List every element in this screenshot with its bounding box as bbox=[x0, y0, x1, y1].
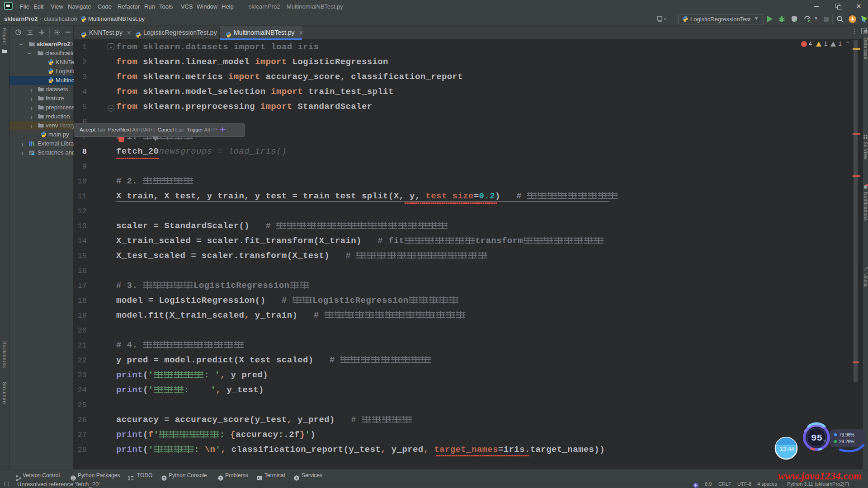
svg-text:73.96%: 73.96% bbox=[839, 432, 854, 437]
svg-text:%: % bbox=[823, 439, 826, 443]
svg-text:95: 95 bbox=[811, 433, 822, 443]
svg-text:28.28%: 28.28% bbox=[839, 439, 854, 444]
svg-text:13:44: 13:44 bbox=[780, 446, 794, 452]
